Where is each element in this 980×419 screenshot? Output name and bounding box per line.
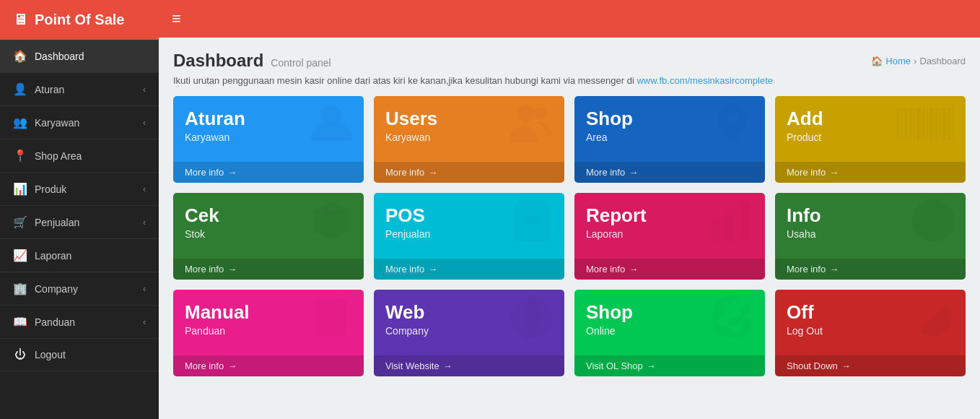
card-shop-online[interactable]: Shop Online Visit OL Shop → [574,290,765,376]
sidebar-chevron-aturan: ‹ [143,85,146,95]
card-body-add-product: Add Product [775,96,966,162]
sidebar-item-company[interactable]: 🏢 Company ‹ [0,272,159,306]
sidebar-item-left-shop-area: 📍 Shop Area [13,149,82,163]
card-body-report: Report Laporan [574,193,765,259]
card-footer-arrow-report: → [629,264,638,275]
card-footer-arrow-shop-area: → [629,167,638,178]
card-subtitle-off: Log Out [787,325,954,337]
card-footer-add-product[interactable]: More info → [775,162,966,183]
card-footer-shop-online[interactable]: Visit OL Shop → [574,355,765,376]
sidebar-item-logout[interactable]: ⏻ Logout [0,339,159,371]
card-footer-arrow-pos: → [428,264,437,275]
card-footer-arrow-users: → [428,167,437,178]
info-text: Ikuti urutan penggunaan mesin kasir onli… [173,75,966,86]
card-title-info: Info [787,204,954,227]
card-title-add-product: Add [787,108,954,130]
sidebar-icon-penjualan: 🛒 [13,215,27,229]
breadcrumb-current: Dashboard [919,56,966,66]
sidebar-item-left-produk: 📊 Produk [13,182,66,196]
sidebar-label-karyawan: Karyawan [35,117,79,129]
sidebar-item-left-laporan: 📈 Laporan [13,249,71,262]
card-footer-shop-area[interactable]: More info → [574,162,765,183]
card-aturan[interactable]: Aturan Karyawan More info → [173,96,364,183]
card-info[interactable]: Info Usaha More info → [775,193,966,280]
info-text-content: Ikuti urutan penggunaan mesin kasir onli… [173,75,636,86]
card-footer-report[interactable]: More info → [574,259,765,280]
sidebar-nav: 🏠 Dashboard 👤 Aturan ‹ 👥 Karyawan ‹ 📍 Sh… [0,40,159,371]
card-footer-pos[interactable]: More info → [374,259,564,280]
card-footer-label-cek: More info [185,264,224,275]
sidebar-icon-logout: ⏻ [13,348,27,361]
card-footer-arrow-shop-online: → [647,360,656,371]
hamburger-icon[interactable]: ≡ [172,9,181,28]
card-body-pos: POS Penjualan [374,193,564,259]
card-subtitle-shop-online: Online [586,325,753,337]
card-cek[interactable]: Cek Stok More info → [173,193,364,280]
card-manual[interactable]: Manual Panduan More info → [173,290,364,376]
page-subtitle: Control panel [271,57,331,69]
card-subtitle-web: Company [385,325,553,337]
page-header: Dashboard Control panel 🏠 Home › Dashboa… [173,51,966,71]
sidebar-label-shop-area: Shop Area [35,150,82,162]
page-title: Dashboard [173,51,263,71]
breadcrumb: 🏠 Home › Dashboard [871,56,966,66]
card-shop-area[interactable]: Shop Area More info → [574,96,765,183]
sidebar-label-logout: Logout [35,349,66,360]
sidebar-chevron-produk: ‹ [143,184,146,194]
sidebar-item-penjualan[interactable]: 🛒 Penjualan ‹ [0,206,159,239]
content-area: Dashboard Control panel 🏠 Home › Dashboa… [159,38,980,419]
sidebar-icon-company: 🏢 [13,282,27,295]
card-body-shop-area: Shop Area [574,96,765,162]
card-footer-label-info: More info [787,264,826,275]
card-off[interactable]: Off Log Out Shout Down → [775,290,966,376]
card-footer-arrow-off: → [841,360,851,371]
sidebar-item-dashboard[interactable]: 🏠 Dashboard [0,40,159,73]
sidebar-item-aturan[interactable]: 👤 Aturan ‹ [0,73,159,106]
card-footer-label-manual: More info [185,360,224,371]
card-title-users: Users [385,108,553,130]
card-subtitle-pos: Penjualan [385,228,553,240]
card-footer-users[interactable]: More info → [374,162,564,183]
sidebar-label-laporan: Laporan [35,250,71,262]
sidebar-label-company: Company [35,283,78,295]
breadcrumb-home-label[interactable]: Home [885,56,911,66]
card-footer-arrow-manual: → [227,360,237,371]
sidebar-icon-panduan: 📖 [13,315,27,329]
main-content: ≡ Dashboard Control panel 🏠 Home › Dashb… [159,0,980,419]
card-body-shop-online: Shop Online [574,290,765,355]
card-body-manual: Manual Panduan [173,290,364,355]
sidebar-icon-aturan: 👤 [13,82,27,96]
card-footer-manual[interactable]: More info → [173,355,364,376]
breadcrumb-home-icon: 🏠 [871,56,883,66]
sidebar-item-laporan[interactable]: 📈 Laporan [0,239,159,272]
sidebar-item-left-panduan: 📖 Panduan [13,315,75,329]
card-body-off: Off Log Out [775,290,966,355]
card-pos[interactable]: POS Penjualan More info → [374,193,564,280]
sidebar-item-shop-area[interactable]: 📍 Shop Area [0,139,159,173]
card-footer-cek[interactable]: More info → [173,259,364,280]
sidebar: 🖥 Point Of Sale 🏠 Dashboard 👤 Aturan ‹ 👥… [0,0,159,419]
card-title-report: Report [586,204,753,227]
sidebar-item-panduan[interactable]: 📖 Panduan ‹ [0,306,159,339]
sidebar-item-left-penjualan: 🛒 Penjualan [13,215,79,229]
card-add-product[interactable]: Add Product More info → [775,96,966,183]
info-link[interactable]: www.fb.com/mesinkasircomplete [636,75,773,86]
card-web[interactable]: Web Company Visit Website → [374,290,564,376]
sidebar-icon-karyawan: 👥 [13,116,27,129]
sidebar-item-karyawan[interactable]: 👥 Karyawan ‹ [0,106,159,139]
card-subtitle-cek: Stok [185,228,352,240]
card-users[interactable]: Users Karyawan More info → [374,96,564,183]
card-body-users: Users Karyawan [374,96,564,162]
sidebar-logo-icon: 🖥 [13,12,27,28]
card-footer-aturan[interactable]: More info → [173,162,364,183]
card-report[interactable]: Report Laporan More info → [574,193,765,280]
card-footer-info[interactable]: More info → [775,259,966,280]
sidebar-chevron-penjualan: ‹ [143,217,146,228]
sidebar-item-produk[interactable]: 📊 Produk ‹ [0,173,159,206]
card-footer-arrow-add-product: → [829,167,839,178]
breadcrumb-separator: › [914,56,916,66]
card-footer-off[interactable]: Shout Down → [775,355,966,376]
sidebar-icon-laporan: 📈 [13,249,27,262]
card-footer-web[interactable]: Visit Website → [374,355,564,376]
card-body-web: Web Company [374,290,564,355]
